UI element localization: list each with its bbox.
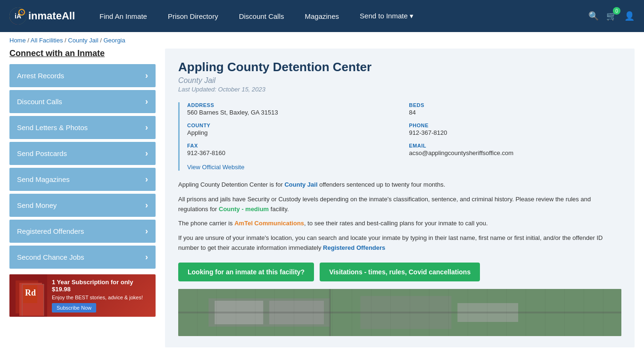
chevron-right-icon: ›	[145, 123, 148, 132]
sidebar-item-label: Arrest Records	[17, 72, 64, 80]
address-label: ADDRESS	[187, 102, 400, 108]
view-official-cell: View Official Website	[187, 163, 621, 171]
ad-subscribe-button[interactable]: Subscribe Now	[52, 303, 96, 313]
desc2: All prisons and jails have Security or C…	[178, 195, 621, 214]
search-button[interactable]: 🔍	[588, 11, 599, 21]
main-content: Appling County Detention Center County J…	[165, 49, 635, 347]
county-medium-link[interactable]: County - medium	[219, 206, 269, 213]
chevron-right-icon: ›	[145, 200, 148, 210]
sidebar-item-label: Send Postcards	[17, 149, 67, 157]
sidebar-item-label: Discount Calls	[17, 98, 62, 106]
sidebar-item-send-postcards[interactable]: Send Postcards ›	[9, 142, 156, 165]
user-icon: 👤	[624, 11, 635, 21]
info-grid: ADDRESS 560 Barnes St, Baxley, GA 31513 …	[178, 102, 621, 171]
sidebar-item-label: Send Money	[17, 201, 57, 209]
desc4: If you are unsure of your inmate's locat…	[178, 233, 621, 253]
svg-rect-15	[360, 296, 451, 329]
facility-type: County Jail	[178, 76, 621, 85]
svg-rect-14	[269, 301, 324, 324]
sidebar-item-registered-offenders[interactable]: Registered Offenders ›	[9, 220, 156, 243]
breadcrumb-county-jail[interactable]: County Jail	[68, 37, 98, 44]
nav-prison-directory[interactable]: Prison Directory	[157, 0, 229, 32]
address-value: 560 Barnes St, Baxley, GA 31513	[187, 109, 400, 116]
email-cell: EMAIL acso@applingcountysheriffsoffice.c…	[409, 143, 622, 156]
ad-left: Rd	[9, 274, 47, 317]
nav-send-to-inmate[interactable]: Send to Inmate ▾	[349, 0, 424, 32]
email-value: acso@applingcountysheriffsoffice.com	[409, 149, 622, 156]
ad-title: 1 Year Subscription for only $19.98	[52, 279, 151, 293]
sidebar-item-label: Send Magazines	[17, 175, 70, 183]
header: iA inmateAll Find An Inmate Prison Direc…	[0, 0, 644, 32]
logo-icon: iA	[9, 8, 26, 25]
svg-text:Rd: Rd	[25, 288, 36, 297]
header-icons: 🔍 🛒 0 👤	[588, 11, 635, 21]
svg-text:iA: iA	[15, 12, 21, 20]
sidebar-item-send-letters-photos[interactable]: Send Letters & Photos ›	[9, 116, 156, 139]
breadcrumb-all-facilities[interactable]: All Facilities	[31, 37, 63, 44]
chevron-right-icon: ›	[145, 97, 148, 107]
user-button[interactable]: 👤	[624, 11, 635, 21]
svg-rect-16	[457, 303, 518, 322]
view-official-link[interactable]: View Official Website	[187, 164, 244, 171]
nav-magazines[interactable]: Magazines	[295, 0, 350, 32]
desc3: The phone carrier is AmTel Communication…	[178, 219, 621, 229]
chevron-right-icon: ›	[145, 174, 148, 184]
chevron-right-icon: ›	[145, 252, 148, 262]
chevron-right-icon: ›	[145, 71, 148, 81]
registered-offenders-link[interactable]: Registered Offenders	[323, 244, 385, 251]
facility-title: Appling County Detention Center	[178, 60, 621, 74]
find-inmate-button[interactable]: Looking for an inmate at this facility?	[178, 263, 314, 281]
svg-rect-13	[215, 301, 263, 324]
fax-label: FAX	[187, 143, 400, 148]
sidebar-item-second-chance-jobs[interactable]: Second Chance Jobs ›	[9, 246, 156, 269]
phone-label: PHONE	[409, 123, 622, 128]
ad-content: 1 Year Subscription for only $19.98 Enjo…	[47, 275, 156, 316]
amtel-link[interactable]: AmTel Communications	[234, 220, 304, 227]
county-jail-link[interactable]: County Jail	[284, 181, 317, 188]
sidebar-item-label: Second Chance Jobs	[17, 253, 84, 261]
breadcrumb-home[interactable]: Home	[9, 37, 26, 44]
main-container: Connect with an Inmate Arrest Records › …	[0, 49, 644, 357]
county-value: Appling	[187, 129, 400, 136]
svg-rect-12	[208, 298, 330, 327]
sidebar-item-send-magazines[interactable]: Send Magazines ›	[9, 168, 156, 191]
ad-banner: Rd 1 Year Subscription for only $19.98 E…	[9, 274, 156, 317]
svg-rect-11	[178, 289, 621, 336]
last-updated: Last Updated: October 15, 2023	[178, 86, 621, 93]
email-label: EMAIL	[409, 143, 622, 148]
aerial-image	[178, 289, 621, 336]
beds-label: BEDS	[409, 102, 622, 108]
county-label: COUNTY	[187, 123, 400, 128]
phone-cell: PHONE 912-367-8120	[409, 123, 622, 136]
fax-value: 912-367-8160	[187, 149, 400, 156]
connect-title: Connect with an Inmate	[9, 49, 156, 58]
county-cell: COUNTY Appling	[187, 123, 400, 136]
sidebar-item-label: Send Letters & Photos	[17, 123, 88, 132]
action-buttons: Looking for an inmate at this facility? …	[178, 263, 621, 281]
phone-value: 912-367-8120	[409, 129, 622, 136]
nav-discount-calls[interactable]: Discount Calls	[229, 0, 295, 32]
desc1: Appling County Detention Center is for C…	[178, 180, 621, 190]
chevron-right-icon: ›	[145, 226, 148, 236]
chevron-right-icon: ›	[145, 148, 148, 158]
main-nav: Find An Inmate Prison Directory Discount…	[89, 0, 588, 32]
nav-find-an-inmate[interactable]: Find An Inmate	[89, 0, 157, 32]
breadcrumb: Home / All Facilities / County Jail / Ge…	[0, 32, 644, 49]
fax-cell: FAX 912-367-8160	[187, 143, 400, 156]
sidebar-item-discount-calls[interactable]: Discount Calls ›	[9, 90, 156, 113]
cart-button[interactable]: 🛒 0	[606, 11, 617, 21]
logo[interactable]: iA inmateAll	[9, 8, 75, 25]
beds-cell: BEDS 84	[409, 102, 622, 116]
beds-value: 84	[409, 109, 622, 116]
sidebar-item-send-money[interactable]: Send Money ›	[9, 194, 156, 217]
sidebar-item-label: Registered Offenders	[17, 227, 84, 235]
ad-subtitle: Enjoy the BEST stories, advice & jokes!	[52, 295, 151, 300]
logo-label: inmateAll	[28, 10, 75, 22]
breadcrumb-georgia[interactable]: Georgia	[103, 37, 125, 44]
sidebar: Connect with an Inmate Arrest Records › …	[9, 49, 156, 347]
cart-badge: 0	[613, 7, 620, 15]
search-icon: 🔍	[588, 11, 599, 21]
address-cell: ADDRESS 560 Barnes St, Baxley, GA 31513	[187, 102, 400, 116]
visitations-button[interactable]: Visitations - times, rules, Covid cancel…	[320, 263, 480, 281]
sidebar-item-arrest-records[interactable]: Arrest Records ›	[9, 64, 156, 87]
